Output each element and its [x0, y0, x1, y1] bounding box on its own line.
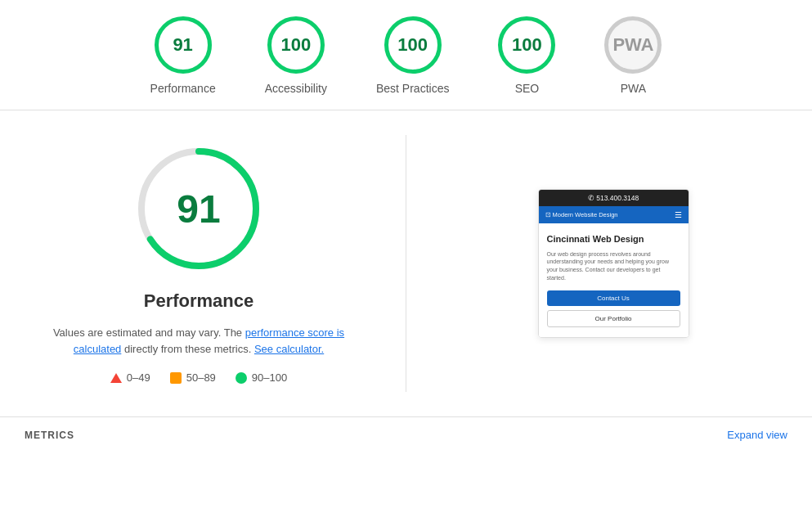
legend-range-red: 0–49 — [127, 371, 150, 384]
score-circle-accessibility: 100 — [267, 16, 325, 74]
legend-item-red: 0–49 — [110, 371, 150, 384]
score-label-best-practices: Best Practices — [376, 82, 449, 95]
preview-nav-logo: ⊡ Modern Website Design — [545, 211, 618, 218]
vertical-divider — [406, 135, 406, 392]
score-circle-best-practices: 100 — [384, 16, 442, 74]
orange-square-icon — [170, 372, 182, 384]
green-dot-icon — [236, 372, 247, 384]
score-circle-pwa: PWA — [604, 16, 662, 74]
expand-view-button[interactable]: Expand view — [727, 429, 787, 441]
score-value-performance: 91 — [173, 34, 192, 56]
hamburger-icon: ☰ — [675, 210, 682, 219]
score-item-pwa[interactable]: PWA PWA — [604, 16, 662, 95]
scores-bar: 91 Performance 100 Accessibility 100 Bes… — [0, 0, 812, 110]
score-value-pwa: PWA — [612, 34, 653, 56]
main-content: 91 Performance Values are estimated and … — [0, 110, 812, 416]
score-item-seo[interactable]: 100 SEO — [498, 16, 555, 95]
score-value-best-practices: 100 — [397, 34, 428, 56]
performance-description: Values are estimated and may vary. The p… — [43, 325, 354, 357]
preview-phone: ✆ 513.400.3148 — [588, 194, 639, 202]
score-label-performance: Performance — [150, 82, 216, 95]
big-score-circle: 91 — [133, 143, 264, 274]
score-label-seo: SEO — [515, 82, 540, 95]
preview-body: Cincinnati Web Design Our web design pro… — [539, 223, 689, 336]
big-score-value: 91 — [177, 187, 220, 232]
preview-portfolio-button[interactable]: Our Portfolio — [547, 310, 680, 327]
calculator-link[interactable]: See calculator. — [254, 343, 324, 355]
metrics-label: METRICS — [25, 430, 74, 441]
preview-navbar: ⊡ Modern Website Design ☰ — [539, 206, 689, 223]
preview-heading: Cincinnati Web Design — [547, 233, 680, 245]
score-circle-seo: 100 — [498, 16, 555, 74]
score-item-best-practices[interactable]: 100 Best Practices — [376, 16, 449, 95]
legend: 0–49 50–89 90–100 — [110, 371, 287, 384]
legend-range-green: 90–100 — [252, 371, 287, 384]
desc-mid: directly from these metrics. — [121, 343, 254, 355]
desc-text: Values are estimated and may vary. The — [53, 326, 245, 339]
metrics-bar: METRICS Expand view — [0, 416, 812, 452]
score-value-seo: 100 — [512, 34, 542, 56]
right-panel: ✆ 513.400.3148 ⊡ Modern Website Design ☰… — [415, 135, 812, 392]
preview-topbar: ✆ 513.400.3148 — [539, 190, 689, 206]
legend-range-orange: 50–89 — [186, 371, 216, 384]
legend-item-green: 90–100 — [236, 371, 287, 384]
preview-body-text: Our web design process revolves around u… — [547, 250, 680, 282]
score-item-performance[interactable]: 91 Performance — [150, 16, 216, 95]
score-item-accessibility[interactable]: 100 Accessibility — [265, 16, 327, 95]
preview-contact-button[interactable]: Contact Us — [547, 290, 680, 306]
red-triangle-icon — [110, 373, 122, 383]
score-value-accessibility: 100 — [280, 34, 311, 56]
legend-item-orange: 50–89 — [170, 371, 216, 384]
score-label-accessibility: Accessibility — [265, 82, 327, 95]
website-preview-card: ✆ 513.400.3148 ⊡ Modern Website Design ☰… — [538, 189, 689, 337]
score-circle-performance: 91 — [155, 16, 212, 74]
performance-title: Performance — [144, 290, 254, 312]
left-panel: 91 Performance Values are estimated and … — [0, 135, 397, 392]
score-label-pwa: PWA — [621, 82, 646, 95]
